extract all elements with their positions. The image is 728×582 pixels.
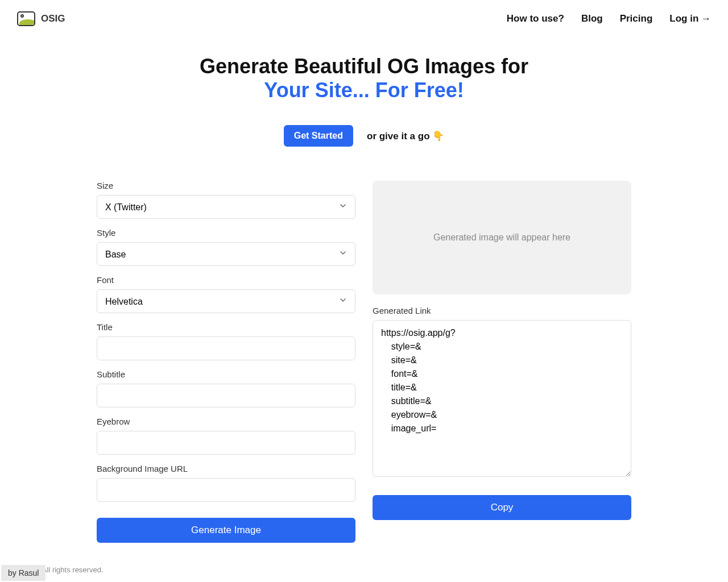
preview-column: Generated image will appear here Generat… xyxy=(373,181,631,543)
generated-link-label: Generated Link xyxy=(373,306,631,315)
main: Size X (Twitter) Style Base xyxy=(85,181,643,543)
logo[interactable]: OSIG xyxy=(17,11,65,26)
nav-pricing[interactable]: Pricing xyxy=(620,13,653,24)
title-input[interactable] xyxy=(97,336,355,360)
style-field: Style Base xyxy=(97,228,355,266)
eyebrow-field: Eyebrow xyxy=(97,417,355,455)
font-select[interactable]: Helvetica xyxy=(97,289,355,313)
copy-button[interactable]: Copy xyxy=(373,495,631,520)
generated-link-textarea[interactable]: https://osig.app/g? style=& site=& font=… xyxy=(373,320,631,477)
by-badge[interactable]: by Rasul xyxy=(1,565,46,581)
subtitle-input[interactable] xyxy=(97,384,355,408)
cta-row: Get Started or give it a go 👇 xyxy=(0,125,728,147)
font-field: Font Helvetica xyxy=(97,275,355,313)
title-field: Title xyxy=(97,322,355,360)
logo-icon xyxy=(17,11,35,26)
title-label: Title xyxy=(97,322,355,332)
style-select[interactable]: Base xyxy=(97,242,355,266)
preview-placeholder: Generated image will appear here xyxy=(433,232,570,243)
cta-or-text: or give it a go 👇 xyxy=(367,130,444,142)
bgurl-input[interactable] xyxy=(97,478,355,502)
form-column: Size X (Twitter) Style Base xyxy=(97,181,355,543)
nav: How to use? Blog Pricing Log in → xyxy=(507,13,711,24)
style-label: Style xyxy=(97,228,355,238)
brand-name: OSIG xyxy=(41,13,65,24)
generate-image-button[interactable]: Generate Image xyxy=(97,518,355,543)
size-field: Size X (Twitter) xyxy=(97,181,355,219)
header: OSIG How to use? Blog Pricing Log in → xyxy=(0,0,728,38)
eyebrow-label: Eyebrow xyxy=(97,417,355,426)
bgurl-label: Background Image URL xyxy=(97,464,355,473)
size-select[interactable]: X (Twitter) xyxy=(97,195,355,219)
subtitle-field: Subtitle xyxy=(97,369,355,408)
size-label: Size xyxy=(97,181,355,190)
bgurl-field: Background Image URL xyxy=(97,464,355,502)
title-line2: Your Site... For Free! xyxy=(264,78,464,102)
nav-blog[interactable]: Blog xyxy=(581,13,603,24)
footer-copyright: LVTD, LLC. All rights reserved. xyxy=(0,566,728,574)
subtitle-label: Subtitle xyxy=(97,369,355,379)
page-title: Generate Beautiful OG Images for Your Si… xyxy=(0,55,728,102)
generated-link-field: Generated Link https://osig.app/g? style… xyxy=(373,306,631,479)
get-started-button[interactable]: Get Started xyxy=(284,125,353,147)
hero: Generate Beautiful OG Images for Your Si… xyxy=(0,55,728,147)
nav-howto[interactable]: How to use? xyxy=(507,13,564,24)
preview-box: Generated image will appear here xyxy=(373,181,631,294)
title-line1: Generate Beautiful OG Images for xyxy=(200,55,528,78)
font-label: Font xyxy=(97,275,355,285)
nav-login[interactable]: Log in → xyxy=(669,13,711,24)
eyebrow-input[interactable] xyxy=(97,431,355,455)
